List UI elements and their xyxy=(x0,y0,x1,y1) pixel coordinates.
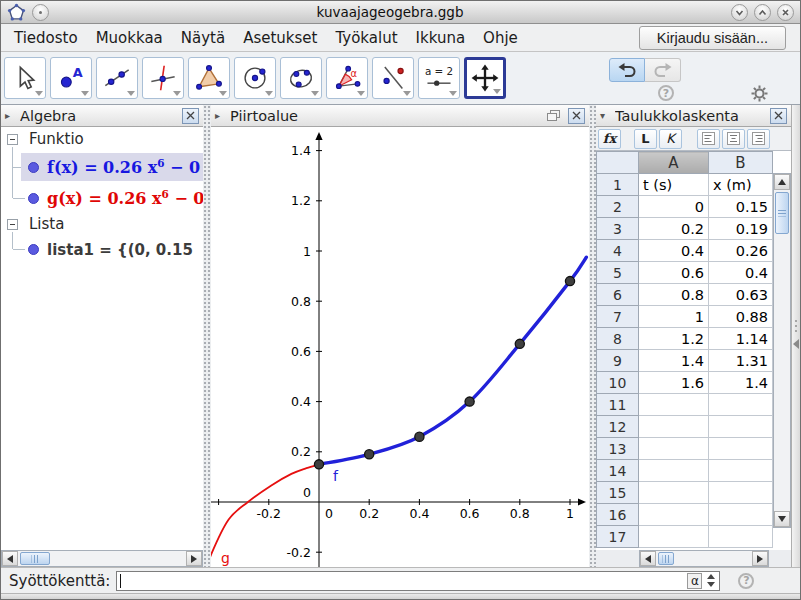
tool-dropdown-caret[interactable] xyxy=(81,91,89,96)
cell-A9[interactable]: 1.4 xyxy=(639,350,709,372)
column-header-B[interactable]: B xyxy=(709,152,773,174)
scroll-right-button[interactable] xyxy=(186,551,202,566)
tool-dropdown-caret[interactable] xyxy=(127,91,135,96)
collapse-lista-button[interactable] xyxy=(7,219,18,230)
scrollbar-thumb[interactable] xyxy=(658,552,674,565)
cell-B6[interactable]: 0.63 xyxy=(709,284,773,306)
menu-item-ohje[interactable]: Ohje xyxy=(474,26,527,50)
maximize-button[interactable] xyxy=(754,4,771,21)
graphics-panel-header[interactable]: ▸ Piirtoalue xyxy=(211,105,589,127)
cell-B17[interactable] xyxy=(709,526,773,548)
cell-B4[interactable]: 0.26 xyxy=(709,240,773,262)
data-point-3[interactable] xyxy=(415,432,424,441)
tool-dropdown-caret[interactable] xyxy=(449,91,457,96)
cell-A1[interactable]: t (s) xyxy=(639,174,709,196)
cell-A10[interactable]: 1.6 xyxy=(639,372,709,394)
cell-A4[interactable]: 0.4 xyxy=(639,240,709,262)
data-point-1[interactable] xyxy=(314,460,323,469)
cell-B13[interactable] xyxy=(709,438,773,460)
cell-B16[interactable] xyxy=(709,504,773,526)
scrollbar-track[interactable] xyxy=(656,551,752,566)
cell-B11[interactable] xyxy=(709,394,773,416)
undock-icon[interactable] xyxy=(547,110,560,121)
tool-slider-button[interactable]: a = 2 xyxy=(418,57,460,99)
cell-A8[interactable]: 1.2 xyxy=(639,328,709,350)
collapse-funktio-button[interactable] xyxy=(7,134,18,145)
graphics-close-button[interactable] xyxy=(568,108,585,124)
cell-A14[interactable] xyxy=(639,460,709,482)
row-header-12[interactable]: 12 xyxy=(597,416,639,438)
row-header-7[interactable]: 7 xyxy=(597,306,639,328)
tool-dropdown-caret[interactable] xyxy=(493,89,501,94)
data-point-5[interactable] xyxy=(515,339,524,348)
scrollbar-track[interactable] xyxy=(774,190,790,511)
cell-B15[interactable] xyxy=(709,482,773,504)
cell-B14[interactable] xyxy=(709,460,773,482)
scrollbar-track[interactable] xyxy=(18,551,186,566)
row-header-16[interactable]: 16 xyxy=(597,504,639,526)
bold-button[interactable]: L xyxy=(634,129,657,149)
object-visibility-bullet[interactable] xyxy=(28,162,39,173)
tool-dropdown-caret[interactable] xyxy=(35,91,43,96)
row-header-13[interactable]: 13 xyxy=(597,438,639,460)
row-header-11[interactable]: 11 xyxy=(597,394,639,416)
undo-button[interactable] xyxy=(609,58,645,82)
row-header-9[interactable]: 9 xyxy=(597,350,639,372)
scrollbar-thumb[interactable] xyxy=(775,192,789,234)
cell-A7[interactable]: 1 xyxy=(639,306,709,328)
greek-alpha-button[interactable]: α xyxy=(687,573,702,589)
splitter-graphics-spreadsheet[interactable] xyxy=(589,105,596,567)
tool-dropdown-caret[interactable] xyxy=(403,91,411,96)
tool-point-button[interactable]: A xyxy=(50,57,92,99)
tool-move-graphics-view-button[interactable] xyxy=(464,57,506,99)
close-window-button[interactable] xyxy=(777,4,794,21)
row-header-1[interactable]: 1 xyxy=(597,174,639,196)
row-header-17[interactable]: 17 xyxy=(597,526,639,548)
row-header-5[interactable]: 5 xyxy=(597,262,639,284)
tool-angle-button[interactable]: α xyxy=(326,57,368,99)
object-visibility-bullet[interactable] xyxy=(28,244,39,255)
tool-reflect-button[interactable] xyxy=(372,57,414,99)
column-header-A[interactable]: A xyxy=(639,152,709,174)
expander-icon[interactable]: ▸ xyxy=(215,110,225,121)
algebra-close-button[interactable] xyxy=(182,108,199,124)
row-header-2[interactable]: 2 xyxy=(597,196,639,218)
cell-A12[interactable] xyxy=(639,416,709,438)
scroll-left-button[interactable] xyxy=(640,551,656,566)
menu-item-ikkuna[interactable]: Ikkuna xyxy=(407,26,475,50)
menu-item-muokkaa[interactable]: Muokkaa xyxy=(87,26,172,50)
formula-f[interactable]: f(x) = 0.26 x6 − 0 xyxy=(47,157,200,177)
tool-perpendicular-line-button[interactable] xyxy=(142,57,184,99)
cell-B7[interactable]: 0.88 xyxy=(709,306,773,328)
scroll-left-button[interactable] xyxy=(2,551,18,566)
menu-item-asetukset[interactable]: Asetukset xyxy=(234,26,326,50)
splitter-algebra-graphics[interactable] xyxy=(203,105,211,567)
tool-dropdown-caret[interactable] xyxy=(357,91,365,96)
row-header-3[interactable]: 3 xyxy=(597,218,639,240)
input-help-button[interactable]: ? xyxy=(738,573,754,589)
right-collapse-handle[interactable] xyxy=(791,105,800,567)
tool-conic-button[interactable] xyxy=(280,57,322,99)
cell-A6[interactable]: 0.8 xyxy=(639,284,709,306)
align-center-button[interactable] xyxy=(722,129,745,149)
cell-B12[interactable] xyxy=(709,416,773,438)
expander-icon[interactable]: ▸ xyxy=(5,110,15,121)
spreadsheet-panel-header[interactable]: ▾ Taulukkolaskenta xyxy=(596,105,791,127)
tool-dropdown-caret[interactable] xyxy=(311,91,319,96)
graphics-view-canvas[interactable]: -0.200.20.40.60.811.41.210.80.60.40.20-0… xyxy=(211,127,589,567)
sign-in-button[interactable]: Kirjaudu sisään... xyxy=(639,26,786,50)
cell-B9[interactable]: 1.31 xyxy=(709,350,773,372)
algebra-horizontal-scrollbar[interactable] xyxy=(1,550,203,567)
tool-dropdown-caret[interactable] xyxy=(173,91,181,96)
scroll-right-button[interactable] xyxy=(752,551,768,566)
tool-circle-button[interactable] xyxy=(234,57,276,99)
cell-B2[interactable]: 0.15 xyxy=(709,196,773,218)
tool-line-button[interactable] xyxy=(96,57,138,99)
pin-window-button[interactable] xyxy=(32,4,49,21)
cell-B5[interactable]: 0.4 xyxy=(709,262,773,284)
cell-A17[interactable] xyxy=(639,526,709,548)
preferences-gear-button[interactable] xyxy=(751,85,768,106)
data-point-4[interactable] xyxy=(465,397,474,406)
cell-A2[interactable]: 0 xyxy=(639,196,709,218)
data-point-6[interactable] xyxy=(565,277,574,286)
